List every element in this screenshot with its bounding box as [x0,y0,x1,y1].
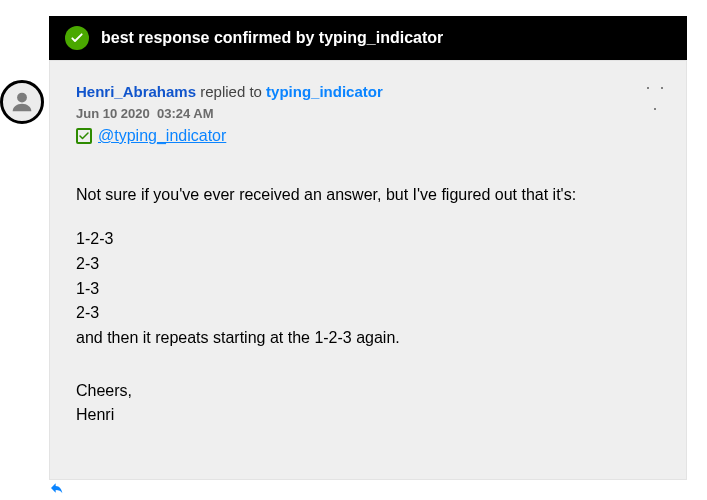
footer-reply-link[interactable] [49,480,65,496]
replied-label: replied to [196,83,266,100]
sequence-line: 2-3 [76,252,660,277]
sequence-line: 2-3 [76,301,660,326]
post-body: Not sure if you've ever received an answ… [76,183,660,427]
post-date: Jun 10 2020 [76,106,150,121]
post-card: · · · Henri_Abrahams replied to typing_i… [49,60,687,480]
body-repeat: and then it repeats starting at the 1-2-… [76,326,660,351]
sequence-line: 1-2-3 [76,227,660,252]
sequence-line: 1-3 [76,277,660,302]
recipient-link[interactable]: typing_indicator [266,83,383,100]
byline: Henri_Abrahams replied to typing_indicat… [76,83,660,100]
body-intro: Not sure if you've ever received an answ… [76,183,660,207]
svg-point-0 [17,93,27,103]
user-icon [8,88,36,116]
more-actions-button[interactable]: · · · [644,77,668,119]
checkmark-badge-icon [65,26,89,50]
confirmed-check-icon [76,128,92,144]
mention-link[interactable]: @typing_indicator [98,127,226,145]
avatar[interactable] [0,80,44,124]
best-response-banner: best response confirmed by typing_indica… [49,16,687,60]
signoff-cheers: Cheers, [76,379,660,403]
signoff-name: Henri [76,403,660,427]
post-time: 03:24 AM [157,106,214,121]
timestamp: Jun 10 2020 03:24 AM [76,106,660,121]
reply-icon [49,480,65,496]
author-link[interactable]: Henri_Abrahams [76,83,196,100]
banner-text: best response confirmed by typing_indica… [101,29,443,47]
